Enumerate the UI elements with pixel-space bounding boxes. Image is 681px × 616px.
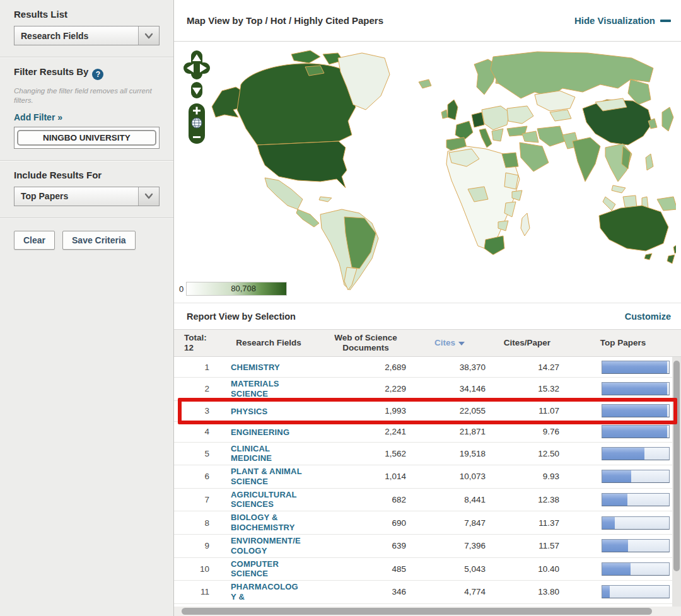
row-documents: 2,229	[322, 384, 410, 393]
research-field-link[interactable]: CLINICAL MEDICINE	[216, 444, 272, 463]
research-field-link[interactable]: CHEMISTRY	[216, 363, 280, 373]
column-header-top-papers[interactable]: Top Papers	[565, 338, 681, 348]
map-pan-control[interactable]	[183, 50, 210, 98]
research-field-link[interactable]: ENVIRONMENT/E COLOGY	[216, 536, 301, 555]
table-row: 9 ENVIRONMENT/E COLOGY 639 7,396 11.57	[174, 535, 681, 558]
row-documents: 485	[322, 564, 410, 574]
main-panel: Map View by Top / Hot / Highly Cited Pap…	[174, 0, 681, 616]
row-cites-per-paper: 13.80	[489, 587, 565, 596]
column-header-research-fields[interactable]: Research Fields	[216, 338, 322, 348]
help-icon[interactable]: ?	[92, 69, 103, 80]
row-documents: 682	[322, 495, 410, 504]
research-field-link[interactable]: COMPUTER SCIENCE	[216, 559, 279, 579]
map-zoom-control[interactable]	[189, 103, 205, 144]
top-papers-bar	[602, 493, 670, 506]
row-rank: 5	[174, 449, 216, 458]
row-cites-per-paper: 11.37	[489, 518, 565, 528]
customize-link[interactable]: Customize	[625, 311, 671, 322]
top-papers-bar	[602, 382, 670, 395]
row-documents: 1,014	[322, 472, 410, 481]
map-countries[interactable]	[212, 50, 676, 290]
chevron-down-icon[interactable]	[138, 26, 159, 45]
horizontal-scrollbar-thumb[interactable]	[182, 608, 652, 615]
map-view-title: Map View by Top / Hot / Highly Cited Pap…	[187, 15, 383, 26]
top-papers-bar-fill	[602, 405, 667, 417]
active-filter-box: NINGBO UNIVERSITY	[14, 127, 160, 149]
map-color-scale: 0 80,708	[179, 282, 287, 296]
row-rank: 11	[174, 587, 216, 596]
top-papers-bar-fill	[602, 426, 667, 438]
row-documents: 346	[322, 587, 410, 596]
row-rank: 10	[174, 564, 216, 574]
row-documents: 1,993	[322, 406, 410, 416]
row-cites: 5,043	[410, 564, 489, 574]
row-cites: 7,396	[410, 541, 489, 550]
column-header-documents[interactable]: Web of Science Documents	[322, 333, 410, 352]
hide-visualization-link[interactable]: Hide Visualization	[574, 15, 671, 26]
top-papers-bar	[602, 425, 670, 438]
map-controls	[183, 50, 211, 148]
horizontal-scrollbar-track[interactable]	[174, 607, 681, 616]
chevron-down-icon[interactable]	[138, 187, 159, 206]
row-cites-per-paper: 11.07	[489, 406, 565, 416]
research-field-link[interactable]: PHARMACOLOG Y &	[216, 582, 298, 601]
row-documents: 639	[322, 541, 410, 550]
sort-descending-icon	[458, 342, 465, 346]
clear-button[interactable]: Clear	[14, 231, 55, 250]
row-cites: 10,073	[410, 472, 489, 481]
table-row: 7 AGRICULTURAL SCIENCES 682 8,441 12.38	[174, 489, 681, 512]
column-header-cites[interactable]: Cites	[410, 338, 489, 348]
esi-app-window: Results List Research Fields Filter Resu…	[0, 0, 681, 616]
top-papers-bar	[602, 516, 670, 530]
top-papers-bar-fill	[602, 517, 615, 529]
research-field-link[interactable]: BIOLOGY & BIOCHEMISTRY	[216, 513, 295, 532]
row-rank: 4	[174, 427, 216, 436]
top-papers-bar	[602, 539, 670, 552]
research-field-link[interactable]: AGRICULTURAL SCIENCES	[216, 490, 297, 509]
report-header: Report View by Selection Customize	[174, 303, 681, 330]
research-field-link[interactable]: PLANT & ANIMAL SCIENCE	[216, 467, 302, 486]
add-filter-link[interactable]: Add Filter »	[14, 112, 62, 122]
row-cites: 7,847	[410, 518, 489, 528]
results-list-dropdown[interactable]: Research Fields	[14, 26, 160, 45]
top-papers-bar-fill	[602, 540, 628, 552]
row-cites: 34,146	[410, 384, 489, 393]
report-table-header: Total: 12 Research Fields Web of Science…	[174, 330, 681, 357]
top-papers-bar-fill	[602, 470, 631, 482]
top-papers-bar	[602, 585, 670, 598]
row-rank: 7	[174, 495, 216, 504]
table-row: 3 PHYSICS 1,993 22,055 11.07	[174, 401, 681, 422]
filter-heading: Filter Results By?	[14, 66, 160, 80]
filter-note: Changing the filter field removes all cu…	[14, 86, 160, 105]
world-choropleth-map[interactable]	[197, 47, 676, 296]
row-cites-per-paper: 12.38	[489, 495, 565, 504]
research-field-link[interactable]: MATERIALS SCIENCE	[216, 379, 279, 398]
zoom-out-button[interactable]	[193, 136, 201, 138]
vertical-scrollbar-thumb[interactable]	[673, 361, 680, 571]
research-field-link[interactable]: PHYSICS	[216, 407, 267, 417]
filter-section: Filter Results By? Changing the filter f…	[0, 57, 173, 161]
research-field-link[interactable]: ENGINEERING	[216, 427, 289, 438]
include-results-dropdown-value: Top Papers	[15, 187, 138, 206]
results-list-dropdown-value: Research Fields	[15, 26, 138, 45]
table-row: 2 MATERIALS SCIENCE 2,229 34,146 15.32	[174, 378, 681, 401]
sidebar-buttons: Clear Save Criteria	[0, 218, 173, 262]
column-header-cites-per-paper[interactable]: Cites/Paper	[489, 338, 565, 348]
include-results-section: Include Results For Top Papers	[0, 161, 173, 218]
row-cites-per-paper: 12.50	[489, 449, 565, 458]
row-documents: 2,241	[322, 427, 410, 436]
top-papers-bar-fill	[602, 448, 644, 460]
globe-icon[interactable]	[192, 118, 202, 128]
sidebar: Results List Research Fields Filter Resu…	[0, 0, 174, 616]
map-view-header: Map View by Top / Hot / Highly Cited Pap…	[174, 0, 681, 42]
row-rank: 2	[174, 384, 216, 393]
table-row: 4 ENGINEERING 2,241 21,871 9.76	[174, 422, 681, 443]
table-row: 8 BIOLOGY & BIOCHEMISTRY 690 7,847 11.37	[174, 511, 681, 535]
save-criteria-button[interactable]: Save Criteria	[62, 231, 136, 250]
table-row: 10 COMPUTER SCIENCE 485 5,043 10.40	[174, 558, 681, 581]
include-results-heading: Include Results For	[14, 170, 160, 180]
include-results-dropdown[interactable]: Top Papers	[14, 187, 160, 206]
row-rank: 3	[174, 406, 216, 416]
active-filter-chip[interactable]: NINGBO UNIVERSITY	[17, 130, 156, 146]
top-papers-bar-fill	[602, 563, 631, 575]
